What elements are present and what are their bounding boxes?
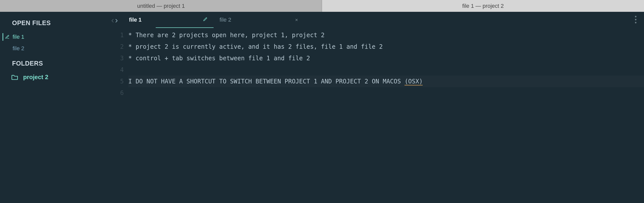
folder-icon (11, 74, 19, 80)
kebab-menu-icon[interactable] (635, 16, 636, 23)
window-tab-project-1[interactable]: untitled — project 1 (0, 0, 322, 12)
open-file-item-1[interactable]: file 1 (0, 31, 108, 43)
folders-heading: FOLDERS (0, 60, 108, 72)
code-area[interactable]: 123456 * There are 2 projects open here,… (108, 28, 644, 203)
folder-label: project 2 (23, 74, 48, 81)
nav-forward-icon[interactable]: › (115, 16, 118, 24)
file-tab-2[interactable]: file 2 × (214, 12, 304, 28)
code-line[interactable] (128, 64, 644, 76)
close-icon[interactable]: × (295, 17, 298, 23)
open-file-item-2[interactable]: file 2 (0, 43, 108, 54)
file-tab-strip: ‹ › file 1 file 2 × (108, 12, 644, 28)
open-file-label: file 2 (12, 45, 24, 52)
file-tab-1[interactable]: file 1 (123, 12, 214, 28)
window-tab-project-2[interactable]: file 1 — project 2 (322, 0, 644, 12)
open-files-heading: OPEN FILES (0, 19, 108, 31)
code-line[interactable]: * control + tab switches between file 1 … (128, 53, 644, 64)
window-tab-bar: untitled — project 1 file 1 — project 2 (0, 0, 644, 12)
folder-item-project-2[interactable]: project 2 (0, 72, 108, 83)
line-number-gutter: 123456 (108, 29, 128, 203)
file-tab-label: file 2 (220, 17, 231, 23)
nav-back-icon[interactable]: ‹ (111, 16, 114, 24)
sidebar: OPEN FILES file 1 file 2 FOLDERS project… (0, 12, 108, 203)
code-line[interactable]: I DO NOT HAVE A SHORTCUT TO SWITCH BETWE… (128, 76, 644, 87)
code-line[interactable]: * There are 2 projects open here, projec… (128, 29, 644, 41)
pencil-icon (5, 35, 10, 39)
spell-warning-token: (OSX) (405, 78, 423, 85)
main-area: OPEN FILES file 1 file 2 FOLDERS project… (0, 12, 644, 203)
open-file-label: file 1 (12, 34, 24, 40)
tab-history-nav: ‹ › (111, 16, 123, 24)
code-lines[interactable]: * There are 2 projects open here, projec… (128, 29, 644, 203)
file-tab-label: file 1 (129, 17, 142, 23)
code-line[interactable]: * project 2 is currently active, and it … (128, 41, 644, 53)
editor-pane: ‹ › file 1 file 2 × 123456 * There are 2… (108, 12, 644, 203)
pencil-icon (203, 17, 208, 23)
window-tab-label: untitled — project 1 (137, 3, 185, 9)
window-tab-label: file 1 — project 2 (462, 3, 504, 9)
code-line[interactable] (128, 87, 644, 99)
